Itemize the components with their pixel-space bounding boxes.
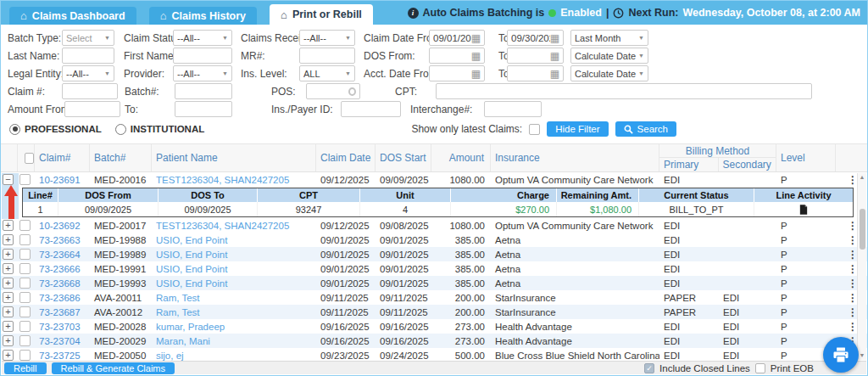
filter-claim_date_preset-select[interactable]: Last Month▼	[570, 30, 648, 46]
claim-link[interactable]: 73-23666	[39, 264, 81, 274]
calendar-icon[interactable]: ▦	[550, 69, 559, 79]
expand-row-button[interactable]: +	[3, 249, 14, 260]
filter-mr-field[interactable]	[303, 51, 351, 61]
calendar-icon[interactable]: ▦	[471, 69, 481, 79]
tab-claims-dashboard[interactable]: ⌂ Claims Dashboard	[9, 7, 136, 25]
calendar-icon[interactable]: ▦	[471, 51, 481, 61]
claim-link[interactable]: 73-23725	[39, 351, 81, 361]
primary-column-header[interactable]: Primary	[659, 158, 719, 171]
tab-claims-history[interactable]: ⌂ Claims History	[149, 7, 257, 25]
filter-amount_from-input[interactable]	[64, 101, 120, 117]
patient-link[interactable]: USIO, End Point	[156, 250, 227, 260]
filter-batch_type-select[interactable]: Select▼	[62, 30, 114, 46]
patient-link[interactable]: Ram, Test	[156, 293, 200, 303]
patient-link[interactable]: TEST1236304, SHAN2427205	[156, 221, 289, 231]
select-all-checkbox[interactable]	[25, 153, 34, 164]
filter-claim_date_to-field[interactable]	[511, 33, 550, 43]
scrollbar-thumb[interactable]	[860, 209, 865, 250]
patient-link[interactable]: TEST1236304, SHAN2427205	[156, 175, 289, 185]
expand-row-button[interactable]: +	[3, 263, 14, 274]
filter-claim_no-input[interactable]	[62, 83, 118, 99]
claim-column-header[interactable]: Claim#	[35, 144, 90, 171]
filter-acct_date_to-field[interactable]	[511, 69, 550, 79]
filter-dos_from-input[interactable]: ▦	[429, 48, 485, 64]
claim-link[interactable]: 73-23704	[39, 336, 81, 346]
filter-dos_preset-select[interactable]: Calculate Date As▼	[570, 48, 648, 64]
expand-row-button[interactable]: +	[3, 321, 14, 332]
claim-link[interactable]: 73-23703	[39, 322, 81, 332]
filter-pos-input[interactable]	[306, 83, 360, 99]
print-eob-checkbox[interactable]	[755, 363, 765, 373]
patient-link[interactable]: USIO, End Point	[156, 278, 227, 289]
filter-batch_no-input[interactable]	[175, 83, 232, 99]
document-icon[interactable]	[799, 205, 808, 215]
filter-claim_date_from-input[interactable]: ▦	[429, 30, 485, 46]
rebill-generate-button[interactable]: Rebill & Generate Claims	[52, 362, 175, 374]
filter-claim_no-field[interactable]	[66, 87, 114, 97]
filter-claim_status-select[interactable]: --All--▼	[173, 30, 232, 46]
vertical-scrollbar[interactable]: ▲ ▼	[857, 173, 866, 360]
filter-amount_from-field[interactable]	[69, 104, 116, 115]
patient-link[interactable]: USIO, End Point	[156, 235, 227, 245]
row-checkbox[interactable]	[19, 220, 31, 231]
latest-claims-checkbox[interactable]	[529, 124, 540, 135]
calendar-icon[interactable]: ▦	[550, 33, 559, 43]
filter-ins_level-select[interactable]: ALL▼	[299, 65, 355, 81]
claim-date-column-header[interactable]: Claim Date	[316, 144, 376, 171]
filter-batch_no-field[interactable]	[179, 87, 228, 97]
row-checkbox[interactable]	[19, 292, 31, 303]
filter-acct_date_from-field[interactable]	[433, 69, 471, 79]
filter-claims_receiver-select[interactable]: --All--▼	[299, 30, 355, 46]
row-checkbox[interactable]	[19, 234, 31, 245]
filter-mr-input[interactable]	[299, 48, 355, 64]
collapse-row-button[interactable]: −	[3, 174, 14, 185]
expand-row-button[interactable]: +	[3, 350, 14, 361]
row-checkbox[interactable]	[19, 335, 31, 346]
filter-dos_from-field[interactable]	[433, 51, 471, 61]
filter-last_name-input[interactable]	[62, 48, 114, 64]
filter-amount_to-input[interactable]	[175, 101, 232, 117]
row-checkbox[interactable]	[19, 278, 31, 289]
calendar-icon[interactable]: ▦	[550, 51, 559, 61]
row-checkbox[interactable]	[19, 249, 31, 260]
filter-acct_date_to-input[interactable]: ▦	[507, 65, 564, 81]
tab-print-or-rebill[interactable]: ⌂ Print or Rebill	[270, 4, 373, 25]
scroll-up-icon[interactable]: ▲	[860, 173, 865, 182]
patient-link[interactable]: USIO, End Point	[156, 264, 227, 274]
filter-dos_to-input[interactable]: ▦	[507, 48, 564, 64]
row-checkbox[interactable]	[19, 306, 31, 317]
filter-ins_payer_id-field[interactable]	[345, 104, 397, 115]
include-closed-lines-checkbox[interactable]: ✓	[644, 363, 654, 373]
filter-claim_date_from-field[interactable]	[433, 33, 471, 43]
filter-interchange-input[interactable]	[484, 101, 542, 117]
filter-dos_to-field[interactable]	[511, 51, 550, 61]
filter-amount_to-field[interactable]	[179, 104, 228, 115]
filter-provider-select[interactable]: --All--▼	[173, 65, 232, 81]
row-checkbox[interactable]	[19, 321, 31, 332]
row-checkbox[interactable]	[19, 350, 31, 361]
insurance-column-header[interactable]: Insurance	[491, 144, 659, 171]
rebill-button[interactable]: Rebill	[4, 362, 47, 374]
level-column-header[interactable]: Level	[776, 144, 836, 171]
filter-ins_payer_id-input[interactable]	[341, 101, 401, 117]
batch-column-header[interactable]: Batch#	[90, 144, 152, 171]
claim-link[interactable]: 73-23687	[39, 307, 81, 317]
dos-start-column-header[interactable]: DOS Start	[376, 144, 431, 171]
claim-link[interactable]: 73-23664	[39, 250, 81, 260]
row-checkbox[interactable]	[19, 174, 31, 185]
expand-row-button[interactable]: +	[3, 306, 14, 317]
patient-link[interactable]: Ram, Test	[156, 307, 200, 317]
institutional-radio[interactable]	[115, 124, 126, 135]
expand-row-button[interactable]: +	[3, 234, 14, 245]
claim-link[interactable]: 73-23668	[39, 278, 81, 289]
filter-interchange-field[interactable]	[488, 104, 537, 115]
scroll-down-icon[interactable]: ▼	[860, 351, 865, 360]
expand-row-button[interactable]: +	[3, 292, 14, 303]
patient-column-header[interactable]: Patient Name	[152, 144, 316, 171]
filter-acct_preset-select[interactable]: Calculate Date As▼	[570, 65, 648, 81]
print-fab-button[interactable]	[823, 337, 859, 373]
secondary-column-header[interactable]: Secondary	[719, 158, 776, 171]
filter-last_name-field[interactable]	[66, 51, 110, 61]
claim-link[interactable]: 10-23691	[39, 175, 81, 185]
hide-filter-button[interactable]: Hide Filter	[547, 121, 608, 137]
